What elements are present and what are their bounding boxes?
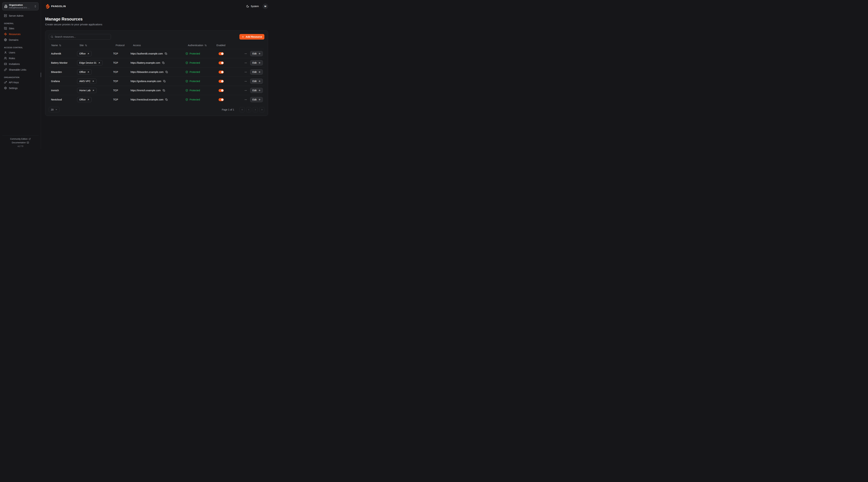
resource-protocol: TCP xyxy=(111,98,128,101)
chevron-right-icon xyxy=(254,108,256,111)
org-switcher[interactable]: Organization milo@fossorial.io's ... xyxy=(2,2,38,10)
theme-selector[interactable]: System xyxy=(246,5,259,8)
site-link-button[interactable]: AWS VPC xyxy=(77,78,96,84)
sidebar-item-invitations[interactable]: Invitations xyxy=(2,61,38,67)
copy-icon[interactable] xyxy=(163,80,166,83)
site-link-button[interactable]: Home Lab xyxy=(77,88,97,93)
row-menu-icon[interactable] xyxy=(244,52,247,55)
documentation-link[interactable]: Documentation xyxy=(12,141,29,144)
enabled-toggle[interactable] xyxy=(219,61,224,64)
community-edition-link[interactable]: Community Edition xyxy=(10,138,31,140)
arrow-up-right-icon xyxy=(87,53,89,55)
enabled-toggle[interactable] xyxy=(219,52,224,55)
arrow-up-right-icon xyxy=(98,62,100,64)
shield-check-icon xyxy=(185,61,188,64)
table-row: Authentik Office TCP https://authentik.e… xyxy=(49,49,265,58)
sidebar-item-roles[interactable]: Roles xyxy=(2,55,38,61)
brand-name: PANGOLIN xyxy=(51,5,66,8)
sidebar-item-api-keys[interactable]: API Keys xyxy=(2,79,38,85)
sidebar-item-label: Users xyxy=(9,51,15,54)
row-menu-icon[interactable] xyxy=(244,98,247,101)
add-resource-button[interactable]: Add Resource xyxy=(239,34,265,39)
row-menu-icon[interactable] xyxy=(244,70,247,74)
column-header-site[interactable]: Site xyxy=(75,44,111,47)
users-icon xyxy=(4,57,7,60)
sidebar-item-users[interactable]: Users xyxy=(2,50,38,55)
arrow-right-icon xyxy=(258,53,260,55)
row-menu-icon[interactable] xyxy=(244,79,247,83)
first-page-button[interactable] xyxy=(240,107,245,112)
table-row: Battery Monitor Edge Device 01 TCP https… xyxy=(49,58,265,67)
row-menu-icon[interactable] xyxy=(244,61,247,65)
previous-page-button[interactable] xyxy=(246,107,251,112)
sidebar-item-sites[interactable]: Sites xyxy=(2,26,38,31)
arrow-up-right-icon xyxy=(92,80,94,83)
enabled-toggle[interactable] xyxy=(219,80,224,83)
sidebar-item-label: Sites xyxy=(9,27,14,30)
column-header-name[interactable]: Name xyxy=(49,44,75,47)
edit-button[interactable]: Edit xyxy=(250,78,263,84)
copy-icon[interactable] xyxy=(165,71,168,73)
shield-check-icon xyxy=(185,71,188,73)
copy-icon[interactable] xyxy=(162,62,165,64)
enabled-toggle[interactable] xyxy=(219,71,224,73)
page-size-select[interactable]: 20 xyxy=(49,107,60,112)
edit-button[interactable]: Edit xyxy=(250,51,263,56)
resource-protocol: TCP xyxy=(111,61,128,64)
resource-protocol: TCP xyxy=(111,52,128,55)
sidebar-item-resources[interactable]: Resources xyxy=(2,31,38,37)
edit-button[interactable]: Edit xyxy=(250,69,263,75)
community-edition-label: Community Edition xyxy=(10,138,28,140)
edit-button[interactable]: Edit xyxy=(250,88,263,93)
sidebar-item-shareable-links[interactable]: Shareable Links xyxy=(2,67,38,72)
shield-check-icon xyxy=(185,80,188,83)
user-icon xyxy=(4,51,7,54)
copy-icon[interactable] xyxy=(165,53,167,55)
resource-access-url: https://nextcloud.example.com xyxy=(130,98,163,101)
resources-card: Add Resource Name Site Protocol xyxy=(45,30,268,116)
chevron-down-icon xyxy=(55,108,58,111)
auth-status-badge: Protected xyxy=(185,61,200,64)
avatar[interactable]: M xyxy=(262,4,268,9)
resource-name: Bitwarden xyxy=(49,71,75,73)
row-menu-icon[interactable] xyxy=(244,89,247,92)
page-indicator: Page 1 of 1 xyxy=(222,108,234,111)
resources-table: Name Site Protocol Access Authenticati xyxy=(49,42,265,112)
sidebar-item-label: Resources xyxy=(9,33,21,36)
site-link-button[interactable]: Office xyxy=(77,97,92,102)
arrow-right-icon xyxy=(258,62,260,64)
brand-logo[interactable]: PANGOLIN xyxy=(45,4,66,9)
ticket-check-icon xyxy=(4,62,7,65)
search-input[interactable] xyxy=(55,35,109,38)
sidebar: Organization milo@fossorial.io's ... Ser… xyxy=(0,0,41,149)
sidebar-item-server-admin[interactable]: Server Admin xyxy=(2,13,38,19)
org-switcher-value: milo@fossorial.io's ... xyxy=(9,6,32,9)
resource-name: Nextcloud xyxy=(49,98,75,101)
column-header-enabled: Enabled xyxy=(214,44,235,47)
arrow-right-icon xyxy=(258,89,260,92)
site-link-button[interactable]: Edge Device 01 xyxy=(77,60,102,65)
edit-button[interactable]: Edit xyxy=(250,60,263,65)
building-icon xyxy=(4,5,7,8)
last-page-button[interactable] xyxy=(259,107,265,112)
sidebar-item-settings[interactable]: Settings xyxy=(2,85,38,91)
next-page-button[interactable] xyxy=(253,107,258,112)
resource-access-url: https://immich.example.com xyxy=(130,89,161,92)
sidebar-section-organization: ORGANIZATION xyxy=(4,76,38,78)
enabled-toggle[interactable] xyxy=(219,98,224,101)
edit-button[interactable]: Edit xyxy=(250,97,263,102)
sidebar-item-domains[interactable]: Domains xyxy=(2,37,38,43)
sidebar-item-label: Roles xyxy=(9,57,15,60)
site-link-button[interactable]: Office xyxy=(77,51,92,56)
column-header-authentication[interactable]: Authentication xyxy=(183,44,214,47)
enabled-toggle[interactable] xyxy=(219,89,224,92)
site-link-button[interactable]: Office xyxy=(77,69,92,75)
arrow-up-right-icon xyxy=(92,89,94,92)
chevrons-right-icon xyxy=(261,108,263,111)
copy-icon[interactable] xyxy=(163,89,165,92)
copy-icon[interactable] xyxy=(165,98,168,101)
link-icon xyxy=(4,68,7,71)
theme-label: System xyxy=(251,5,259,8)
resource-name: Battery Monitor xyxy=(49,61,75,64)
sidebar-resize-handle[interactable] xyxy=(41,72,41,77)
